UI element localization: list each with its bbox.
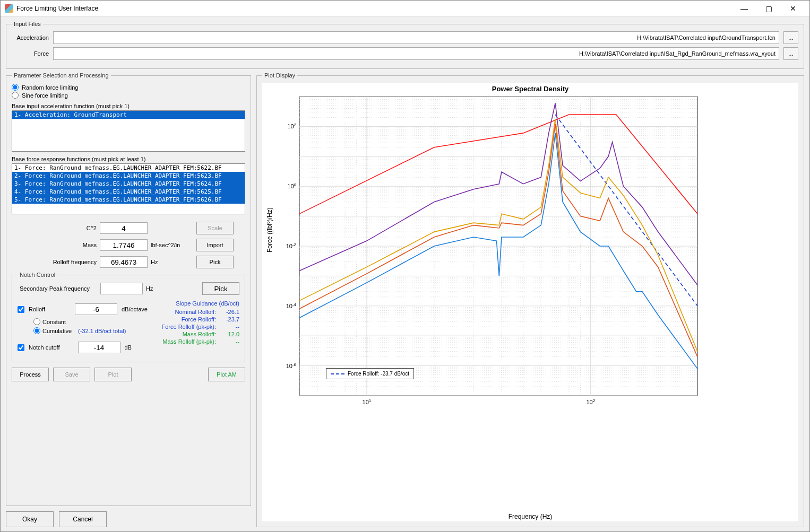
app-icon (5, 4, 13, 13)
rolloff-checkbox[interactable] (18, 306, 24, 313)
titlebar: Force Limiting User Interface — ▢ ✕ (1, 1, 809, 16)
slope-guidance-title: Slope Guidance (dB/oct) (154, 300, 239, 307)
mass-unit: lbf-sec^2/in (151, 242, 193, 248)
slope-row: Force Rolloff (pk-pk):-- (154, 324, 239, 330)
svg-text:10-4: 10-4 (286, 302, 297, 309)
parameter-legend: Parameter Selection and Processing (12, 72, 111, 79)
constant-radio-row[interactable]: Constant (33, 318, 149, 325)
sine-force-radio-row[interactable]: Sine force limiting (12, 92, 245, 99)
accel-list-item[interactable]: 1- Acceleration: GroundTransport (12, 111, 245, 119)
force-list-item[interactable]: 4- Force: RanGround_mefmass.EG.LAUNCHER_… (12, 188, 245, 196)
scale-button[interactable]: Scale (196, 222, 234, 234)
notch-cutoff-label: Notch cutoff (29, 344, 60, 351)
parameter-group: Parameter Selection and Processing Rando… (6, 72, 251, 506)
c2-field[interactable] (100, 222, 148, 234)
force-list-label: Base force response functions (must pick… (12, 156, 245, 162)
plot-display-group: Plot Display Power Spectral Density 1011… (256, 72, 804, 527)
notch-control-group: Notch Control Secondary Peak frequency H… (12, 272, 245, 362)
secondary-peak-unit: Hz (146, 285, 153, 292)
pick-secondary-button[interactable]: Pick (202, 282, 239, 295)
slope-row: Mass Rolloff:-12.0 (154, 331, 239, 337)
accel-listbox[interactable]: 1- Acceleration: GroundTransport (12, 110, 245, 152)
window-title: Force Limiting User Interface (16, 5, 732, 12)
secondary-peak-field[interactable] (100, 283, 143, 294)
secondary-peak-label: Secondary Peak frequency (18, 285, 97, 292)
svg-text:102: 102 (586, 398, 595, 406)
slope-row: Mass Rolloff (pk-pk):-- (154, 338, 239, 345)
force-list-item[interactable]: 5- Force: RanGround_mefmass.EG.LAUNCHER_… (12, 196, 245, 204)
mass-field[interactable] (100, 239, 148, 251)
x-axis-label: Frequency (Hz) (262, 513, 798, 520)
close-button[interactable]: ✕ (781, 1, 805, 16)
plot-button[interactable]: Plot (94, 368, 132, 381)
y-axis-label: Force ((lbf²)/Hz) (266, 207, 273, 252)
save-button[interactable]: Save (53, 368, 90, 381)
svg-text:10-6: 10-6 (286, 362, 297, 369)
rolloff-db-unit: dB/octave (122, 306, 148, 312)
cumulative-radio[interactable] (33, 327, 40, 334)
cumulative-note: (-32.1 dB/oct total) (78, 328, 126, 334)
svg-text:102: 102 (287, 123, 296, 130)
input-files-legend: Input Files (12, 21, 43, 27)
legend-text: Force Rolloff: -23.7 dB/oct (348, 371, 409, 377)
force-field[interactable] (53, 47, 779, 60)
slope-row: Nominal Rolloff:-26.1 (154, 309, 239, 315)
plot-area: Power Spectral Density 10110210-610-410-… (262, 83, 798, 521)
svg-text:100: 100 (287, 182, 296, 190)
acceleration-field[interactable] (53, 31, 779, 44)
rolloff-check-label: Rolloff (29, 306, 45, 312)
notch-legend: Notch Control (18, 272, 57, 278)
force-label: Force (12, 50, 49, 57)
notch-cutoff-field[interactable] (78, 342, 120, 353)
rolloff-freq-field[interactable] (100, 256, 148, 268)
plot-title: Power Spectral Density (262, 85, 798, 93)
random-force-radio-row[interactable]: Random force limiting (12, 84, 245, 91)
legend-dash-icon (331, 373, 344, 374)
cumulative-radio-row[interactable]: Cumulative (-32.1 dB/oct total) (33, 327, 149, 334)
svg-text:101: 101 (363, 398, 372, 406)
maximize-button[interactable]: ▢ (756, 1, 781, 16)
acceleration-browse-button[interactable]: ... (783, 31, 798, 44)
acceleration-label: Acceleration (12, 34, 49, 41)
chart-legend: Force Rolloff: -23.7 dB/oct (326, 368, 414, 379)
plot-am-button[interactable]: Plot AM (208, 368, 245, 381)
pick-rolloff-button[interactable]: Pick (196, 256, 234, 268)
import-button[interactable]: Import (196, 239, 234, 251)
cancel-button[interactable]: Cancel (59, 511, 107, 527)
notch-cutoff-unit: dB (125, 344, 132, 351)
force-list-item[interactable]: 2- Force: RanGround_mefmass.EG.LAUNCHER_… (12, 172, 245, 180)
c2-label: C^2 (12, 225, 97, 231)
notch-cutoff-checkbox[interactable] (18, 344, 24, 351)
accel-list-label: Base input acceleration function (must p… (12, 103, 245, 109)
svg-text:10-2: 10-2 (286, 242, 297, 250)
rolloff-freq-unit: Hz (151, 259, 193, 265)
input-files-group: Input Files Acceleration ... Force ... (6, 21, 804, 69)
constant-radio[interactable] (33, 318, 40, 325)
random-force-radio[interactable] (12, 84, 19, 91)
process-button[interactable]: Process (12, 368, 49, 381)
rolloff-freq-label: Rolloff frequency (12, 259, 97, 265)
force-list-item[interactable]: 3- Force: RanGround_mefmass.EG.LAUNCHER_… (12, 180, 245, 188)
okay-button[interactable]: Okay (6, 511, 54, 527)
force-list-item[interactable]: 1- Force: RanGround_mefmass.EG.LAUNCHER_… (12, 164, 245, 172)
minimize-button[interactable]: — (732, 1, 756, 16)
force-browse-button[interactable]: ... (783, 47, 798, 60)
force-listbox[interactable]: 1- Force: RanGround_mefmass.EG.LAUNCHER_… (12, 163, 245, 214)
sine-force-radio[interactable] (12, 92, 19, 99)
slope-row: Force Rolloff:-23.7 (154, 316, 239, 322)
mass-label: Mass (12, 242, 97, 248)
rolloff-db-field[interactable] (75, 303, 117, 315)
plot-display-legend: Plot Display (262, 72, 297, 79)
